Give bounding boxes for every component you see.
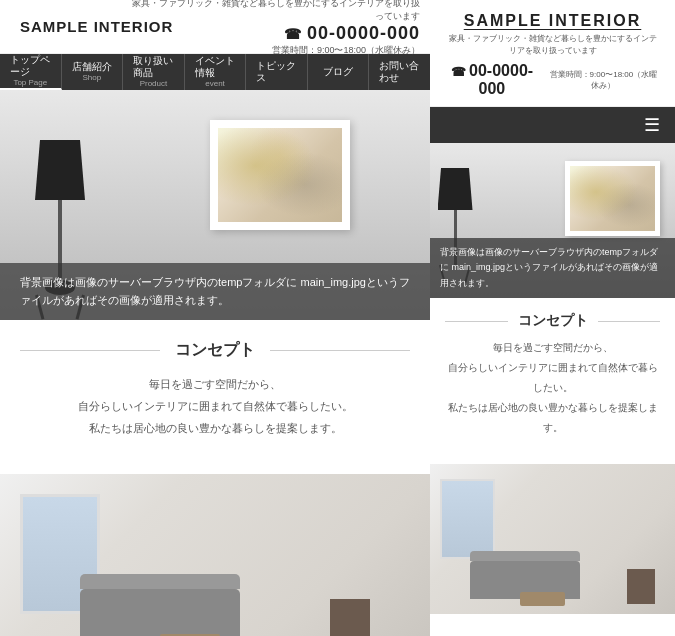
hamburger-icon[interactable]: ☰ (644, 116, 660, 134)
mobile-hamburger-bar[interactable]: ☰ (430, 107, 675, 143)
concept-line-1: 毎日を過ごす空間だから、 (20, 373, 410, 395)
nav-item-product[interactable]: 取り扱い商品 Product (123, 54, 185, 90)
desktop-concept-text: 毎日を過ごす空間だから、 自分らしいインテリアに囲まれて自然体で暮らしたい。 私… (20, 373, 410, 439)
mobile-concept-text: 毎日を過ごす空間だから、 自分らしいインテリアに囲まれて自然体で暮らしたい。 私… (445, 338, 660, 438)
mobile-logo: SAMPLE INTERIOR (445, 12, 660, 30)
nav-item-top[interactable]: トップページ Top Page (0, 54, 62, 90)
nav-item-event[interactable]: イベント情報 event (185, 54, 247, 90)
desktop-phone[interactable]: 00-0000-000 (284, 23, 420, 44)
mobile-wall-art-detail (570, 166, 655, 231)
room-chair (330, 599, 370, 636)
desktop-hours: 営業時間：9:00〜18:00（水曜休み） (272, 44, 420, 57)
nav-item-blog[interactable]: ブログ (308, 54, 370, 90)
mobile-wall-art (565, 161, 660, 236)
mobile-lamp-shade (438, 168, 473, 210)
desktop-header: SAMPLE INTERIOR 家具・ファブリック・雑貨など暮らしを豊かにするイ… (0, 0, 430, 54)
desktop-hero: 背景画像は画像のサーバーブラウザ内のtempフォルダに main_img.jpg… (0, 90, 430, 320)
desktop-room-image (0, 474, 430, 636)
nav-label-en: Top Page (13, 78, 47, 88)
mobile-hero: 背景画像は画像のサーバーブラウザ内のtempフォルダに main_img.jpg… (430, 143, 675, 298)
room-sofa (80, 589, 240, 636)
mobile-concept-title: コンセプト (508, 312, 598, 330)
mobile-concept-line-2: 自分らしいインテリアに囲まれて自然体で暮らしたい。 (445, 358, 660, 398)
wall-art (210, 120, 350, 230)
mobile-panel: SAMPLE INTERIOR 家具・ファブリック・雑貨など暮らしを豊かにするイ… (430, 0, 675, 636)
nav-label-jp: イベント情報 (195, 55, 236, 79)
desktop-concept-title: コンセプト (160, 340, 270, 361)
mobile-hero-text: 背景画像は画像のサーバーブラウザ内のtempフォルダに main_img.jpg… (440, 247, 658, 288)
mobile-concept-line-1: 毎日を過ごす空間だから、 (445, 338, 660, 358)
nav-label-jp: お問い合わせ (379, 60, 420, 84)
mobile-concept-line-3: 私たちは居心地の良い豊かな暮らしを提案します。 (445, 398, 660, 438)
desktop-tagline: 家具・ファブリック・雑貨など暮らしを豊かにするインテリアを取り扱っています (130, 0, 420, 23)
desktop-concept-section: コンセプト 毎日を過ごす空間だから、 自分らしいインテリアに囲まれて自然体で暮ら… (0, 320, 430, 474)
desktop-concept-divider: コンセプト (20, 340, 410, 361)
mobile-phone[interactable]: 00-0000-000 (445, 62, 539, 98)
mobile-hero-overlay: 背景画像は画像のサーバーブラウザ内のtempフォルダに main_img.jpg… (430, 238, 675, 298)
mobile-concept-section: コンセプト 毎日を過ごす空間だから、 自分らしいインテリアに囲まれて自然体で暮ら… (430, 298, 675, 464)
concept-line-3: 私たちは居心地の良い豊かな暮らしを提案します。 (20, 417, 410, 439)
mobile-hours: 営業時間：9:00〜18:00（水曜休み） (547, 69, 660, 91)
wall-art-detail (218, 128, 342, 222)
mobile-room-table (520, 592, 565, 606)
nav-label-jp: ブログ (323, 66, 353, 78)
mobile-phone-row: 00-0000-000 営業時間：9:00〜18:00（水曜休み） (445, 62, 660, 98)
nav-label-jp: 取り扱い商品 (133, 55, 174, 79)
nav-label-en: Shop (83, 73, 102, 83)
nav-label-jp: 店舗紹介 (72, 61, 112, 73)
desktop-hero-text: 背景画像は画像のサーバーブラウザ内のtempフォルダに main_img.jpg… (20, 276, 410, 307)
nav-label-jp: トップページ (10, 54, 51, 78)
nav-item-shop[interactable]: 店舗紹介 Shop (62, 54, 124, 90)
desktop-nav: トップページ Top Page 店舗紹介 Shop 取り扱い商品 Product… (0, 54, 430, 90)
nav-item-contact[interactable]: お問い合わせ (369, 54, 430, 90)
mobile-room-image (430, 464, 675, 614)
nav-label-jp: トピックス (256, 60, 297, 84)
nav-label-en: event (205, 79, 225, 89)
nav-item-topics[interactable]: トピックス (246, 54, 308, 90)
mobile-concept-divider: コンセプト (445, 312, 660, 330)
mobile-tagline: 家具・ファブリック・雑貨など暮らしを豊かにするインテリアを取り扱っています (445, 33, 660, 57)
concept-line-2: 自分らしいインテリアに囲まれて自然体で暮らしたい。 (20, 395, 410, 417)
nav-label-en: Product (140, 79, 168, 89)
mobile-room-window (440, 479, 495, 559)
desktop-header-right: 家具・ファブリック・雑貨など暮らしを豊かにするインテリアを取り扱っています 00… (130, 0, 430, 54)
lamp-shade (35, 140, 85, 200)
desktop-hero-overlay: 背景画像は画像のサーバーブラウザ内のtempフォルダに main_img.jpg… (0, 263, 430, 320)
mobile-header: SAMPLE INTERIOR 家具・ファブリック・雑貨など暮らしを豊かにするイ… (430, 0, 675, 107)
mobile-room-chair (627, 569, 655, 604)
desktop-panel: SAMPLE INTERIOR 家具・ファブリック・雑貨など暮らしを豊かにするイ… (0, 0, 430, 636)
